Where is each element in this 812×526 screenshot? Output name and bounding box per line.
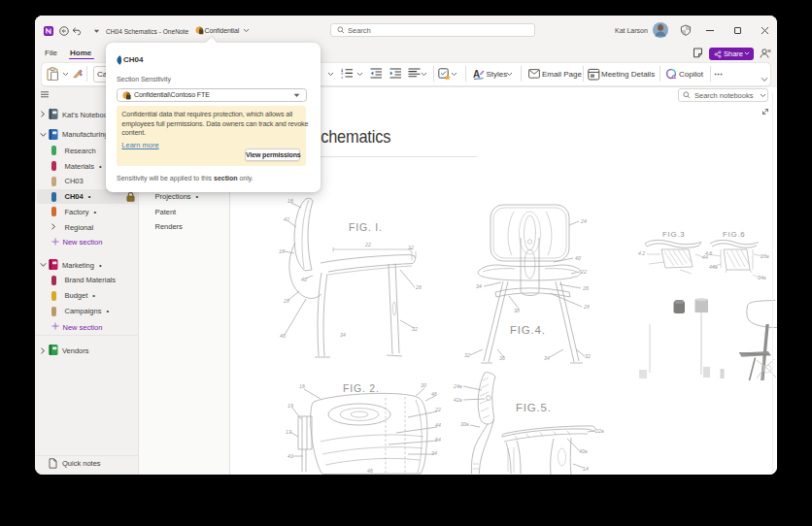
- svg-text:30: 30: [421, 382, 426, 388]
- svg-text:34: 34: [431, 450, 437, 456]
- svg-text:36: 36: [499, 355, 505, 361]
- svg-text:28: 28: [583, 304, 590, 310]
- svg-text:44: 44: [435, 422, 441, 428]
- svg-text:22: 22: [364, 242, 371, 247]
- svg-text:40: 40: [301, 277, 307, 282]
- svg-text:24: 24: [580, 218, 587, 224]
- svg-text:38: 38: [514, 308, 520, 313]
- svg-text:16: 16: [288, 198, 293, 204]
- svg-text:28: 28: [283, 298, 289, 304]
- svg-text:46: 46: [280, 333, 286, 339]
- svg-text:22: 22: [580, 269, 587, 275]
- svg-text:34: 34: [476, 283, 482, 289]
- svg-text:26: 26: [415, 284, 422, 290]
- svg-text:30a: 30a: [460, 421, 469, 427]
- svg-text:FIG. 2.: FIG. 2.: [343, 382, 380, 394]
- svg-text:24a: 24a: [453, 383, 462, 389]
- svg-text:32: 32: [464, 352, 470, 358]
- svg-text:18: 18: [279, 248, 285, 254]
- svg-text:4.2: 4.2: [638, 250, 645, 256]
- svg-text:40a: 40a: [579, 448, 588, 454]
- svg-text:22a: 22a: [594, 428, 604, 434]
- svg-text:34: 34: [340, 332, 346, 338]
- svg-text:FIG. I.: FIG. I.: [349, 221, 383, 233]
- svg-text:40: 40: [575, 255, 581, 261]
- svg-text:26: 26: [582, 285, 589, 291]
- svg-text:FIG.4.: FIG.4.: [510, 324, 546, 336]
- svg-text:28a: 28a: [760, 253, 769, 259]
- svg-text:41: 41: [288, 453, 293, 459]
- svg-text:A: A: [473, 68, 480, 79]
- svg-text:13: 13: [286, 429, 291, 435]
- svg-text:22: 22: [434, 407, 441, 412]
- svg-text:46: 46: [431, 391, 437, 397]
- svg-text:42a: 42a: [454, 397, 462, 403]
- svg-text:FIG.6: FIG.6: [723, 230, 746, 239]
- svg-text:46: 46: [367, 468, 373, 474]
- svg-text:32: 32: [585, 353, 591, 359]
- svg-text:42: 42: [284, 216, 289, 222]
- svg-text:34a: 34a: [758, 275, 766, 280]
- svg-text:14: 14: [583, 466, 589, 472]
- svg-text:32: 32: [412, 326, 418, 332]
- svg-text:19: 19: [288, 403, 293, 409]
- svg-text:64: 64: [435, 437, 441, 443]
- svg-text:44a: 44a: [709, 264, 718, 270]
- svg-text:16: 16: [299, 383, 305, 389]
- svg-text:34: 34: [544, 355, 550, 361]
- svg-text:FIG.3: FIG.3: [662, 230, 686, 239]
- svg-text:12: 12: [408, 245, 414, 250]
- svg-text:FIG.5.: FIG.5.: [516, 402, 552, 413]
- svg-text:4.6: 4.6: [705, 250, 712, 256]
